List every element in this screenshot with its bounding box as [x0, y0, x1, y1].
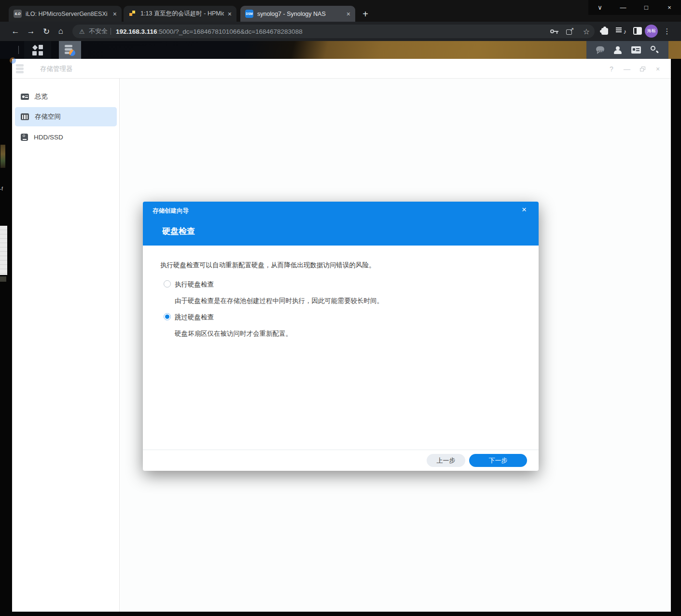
overview-icon	[21, 94, 29, 100]
media-controls-icon[interactable]: ♪	[616, 27, 626, 36]
app-close-button[interactable]: ×	[651, 59, 665, 79]
radio-desc-perform: 由于硬盘检查是在存储池创建过程中同时执行，因此可能需要较长时间。	[175, 297, 383, 305]
tab-close-icon[interactable]: ×	[113, 10, 117, 18]
taskbar-tray: •••	[586, 41, 668, 59]
home-icon[interactable]: ⌂	[53, 22, 69, 41]
side-panel-icon[interactable]	[633, 27, 642, 35]
tab-session-timeout[interactable]: 1:13 直至您的会话超时 - HPMic ×	[124, 6, 236, 22]
sidebar-item-label: HDD/SSD	[34, 134, 63, 141]
window-minimize-button[interactable]: —	[612, 0, 635, 15]
notifications-chat-icon[interactable]: •••	[596, 46, 604, 54]
volume-icon	[21, 113, 29, 120]
browser-window-controls: ∨ — □ ×	[588, 0, 681, 15]
sidebar-item-overview[interactable]: 总览	[15, 87, 117, 106]
widgets-icon[interactable]	[631, 46, 641, 54]
sidebar-item-label: 总览	[35, 92, 48, 101]
browser-menu-icon[interactable]: ⋮	[662, 25, 672, 38]
extensions-puzzle-icon[interactable]	[601, 28, 608, 35]
ilo-favicon-icon: iLO	[14, 10, 22, 18]
share-icon[interactable]: ↗	[566, 27, 574, 35]
tab-title: 1:13 直至您的会话超时 - HPMic	[140, 10, 224, 18]
password-key-icon[interactable]	[550, 28, 559, 35]
url-divider	[111, 28, 111, 35]
reload-icon[interactable]: ↻	[39, 22, 54, 41]
storage-manager-icon	[65, 44, 75, 56]
restore-icon	[640, 67, 645, 71]
back-button[interactable]: 上一步	[427, 454, 465, 467]
tab-close-icon[interactable]: ×	[228, 10, 232, 18]
desktop-widget-fragment	[0, 226, 7, 275]
window-chevron-button[interactable]: ∨	[588, 0, 612, 15]
desktop-icon-fragment-2	[0, 276, 6, 282]
app-grid-icon	[32, 45, 43, 55]
dialog-footer: 上一步 下一步	[143, 450, 539, 471]
blocks-favicon-icon	[128, 10, 137, 18]
storage-creation-wizard-dialog: 存储创建向导 × 硬盘检查 执行硬盘检查可以自动重新配置硬盘，从而降低出现数据访…	[143, 202, 539, 471]
sidebar-item-storage-pool[interactable]: 存储空间	[15, 107, 117, 126]
app-title-bar[interactable]: 存储管理器 ? — ×	[12, 59, 671, 79]
desktop-icon-fragment	[0, 145, 5, 168]
radio-desc-skip: 硬盘坏扇区仅在被访问时才会重新配置。	[175, 329, 292, 338]
forward-icon[interactable]: →	[23, 22, 39, 41]
dsm-taskbar	[0, 41, 681, 59]
next-button[interactable]: 下一步	[469, 454, 527, 467]
tab-title: synolog7 - Synology NAS	[257, 11, 326, 17]
sidebar-item-label: 存储空间	[35, 112, 61, 121]
app-restore-button[interactable]	[635, 59, 650, 79]
radio-skip-disk-check[interactable]	[164, 313, 171, 320]
url-host: 192.168.3.116	[116, 28, 157, 35]
browser-tab-strip: ∨ — □ × iLO iLO: HPMicroServerGen8ESXi -…	[0, 0, 681, 22]
tab-title: iLO: HPMicroServerGen8ESXi -	[26, 11, 109, 17]
new-tab-button[interactable]: +	[359, 8, 372, 20]
dialog-intro-text: 执行硬盘检查可以自动重新配置硬盘，从而降低出现数据访问错误的风险。	[160, 261, 375, 270]
taskbar-divider	[18, 46, 19, 54]
dialog-header[interactable]: 存储创建向导 × 硬盘检查	[143, 202, 539, 246]
dialog-step-title: 硬盘检查	[162, 226, 195, 237]
tab-synology-active[interactable]: DSM synolog7 - Synology NAS ×	[240, 6, 355, 22]
tab-ilo[interactable]: iLO iLO: HPMicroServerGen8ESXi - ×	[9, 6, 122, 22]
radio-label-perform[interactable]: 执行硬盘检查	[175, 280, 214, 289]
back-icon[interactable]: ←	[8, 22, 23, 41]
search-icon[interactable]	[651, 46, 659, 54]
window-close-button[interactable]: ×	[658, 0, 681, 15]
tab-close-icon[interactable]: ×	[347, 10, 350, 18]
main-menu-button[interactable]	[24, 41, 51, 59]
profile-avatar[interactable]: 海榕	[645, 25, 658, 38]
storage-manager-taskbar-button[interactable]	[59, 41, 81, 59]
security-warning-icon[interactable]: ⚠	[79, 25, 85, 38]
bookmark-star-icon[interactable]: ☆	[581, 25, 592, 38]
dsm-favicon-icon: DSM	[245, 10, 253, 18]
dialog-title: 存储创建向导	[153, 207, 189, 215]
app-help-button[interactable]: ?	[604, 59, 619, 79]
security-label[interactable]: 不安全	[89, 25, 108, 38]
app-minimize-button[interactable]: —	[620, 59, 634, 79]
radio-label-skip[interactable]: 跳过硬盘检查	[175, 313, 214, 322]
window-maximize-button[interactable]: □	[635, 0, 658, 15]
url-text[interactable]: 192.168.3.116:5000/?_dc=1684678101066&dc…	[116, 25, 303, 38]
sidebar: 总览 存储空间 HDD/SSD	[12, 79, 120, 612]
user-menu-icon[interactable]	[614, 46, 622, 54]
dialog-close-icon[interactable]: ×	[519, 205, 529, 215]
desktop-label-fragment: -f	[0, 186, 3, 192]
app-window-title: 存储管理器	[40, 59, 73, 79]
screen: ∨ — □ × iLO iLO: HPMicroServerGen8ESXi -…	[0, 0, 681, 616]
sidebar-item-hdd-ssd[interactable]: HDD/SSD	[15, 127, 117, 147]
radio-perform-disk-check[interactable]	[164, 280, 171, 287]
url-path: :5000/?_dc=1684678101066&dc=168467828308…	[157, 28, 303, 35]
hdd-icon	[21, 134, 28, 141]
